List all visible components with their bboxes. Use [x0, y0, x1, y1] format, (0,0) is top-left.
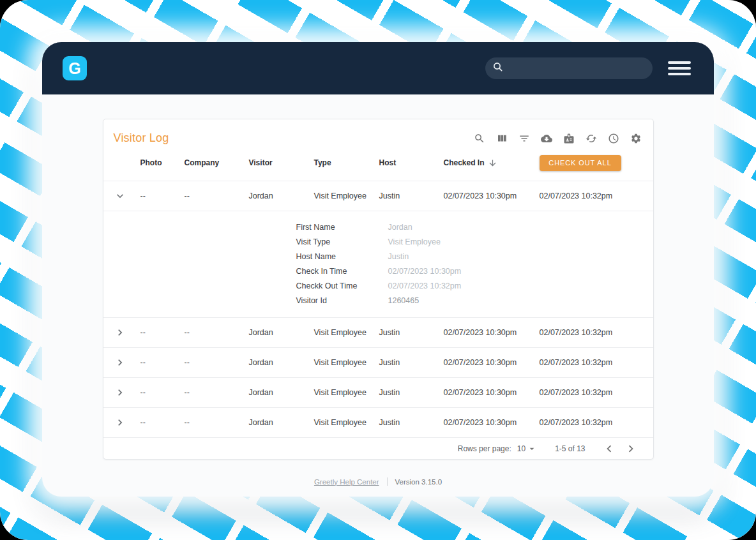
app-window: G Visitor Log	[42, 42, 714, 497]
column-header-company: Company	[185, 158, 249, 167]
cell-company: --	[185, 358, 249, 367]
rows-per-page-label: Rows per page:	[458, 444, 511, 453]
page-title: Visitor Log	[114, 131, 169, 145]
detail-row-first-name: First Name Jordan	[103, 220, 653, 234]
previous-page-button[interactable]	[602, 442, 616, 456]
cell-checked-out: 02/07/2023 10:32pm	[540, 388, 643, 397]
cell-checked-out: 02/07/2023 10:32pm	[540, 191, 643, 200]
column-header-checked-in[interactable]: Checked In	[444, 158, 540, 168]
cell-visitor: Jordan	[249, 191, 314, 200]
detail-row-host-name: Host Name Justin	[103, 249, 653, 264]
table-row[interactable]: -- -- Jordan Visit Employee Justin 02/07…	[103, 181, 653, 211]
cell-company: --	[185, 388, 249, 397]
chevron-right-icon	[114, 386, 126, 399]
table-row[interactable]: -- -- Jordan Visit Employee Justin 02/07…	[103, 347, 653, 377]
navbar-right	[485, 57, 691, 79]
settings-button[interactable]	[630, 133, 642, 144]
chevron-left-icon	[602, 442, 616, 456]
cell-checked-out: 02/07/2023 10:32pm	[540, 328, 643, 337]
cell-visitor: Jordan	[249, 328, 314, 337]
cell-checked-in: 02/07/2023 10:30pm	[444, 328, 540, 337]
cell-type: Visit Employee	[314, 358, 379, 367]
refresh-button[interactable]	[586, 133, 597, 144]
detail-row-visitor-id: Visitor Id 1260465	[103, 293, 653, 308]
detail-row-check-out-time: Checkk Out Time 02/07/2023 10:32pm	[103, 278, 653, 293]
version-label: Version 3.15.0	[395, 478, 442, 486]
cell-photo: --	[140, 328, 185, 337]
cloud-download-icon	[541, 133, 552, 144]
chevron-right-icon	[114, 416, 126, 429]
cell-type: Visit Employee	[314, 388, 379, 397]
expanded-row-details: First Name Jordan Visit Type Visit Emplo…	[103, 211, 653, 317]
next-page-button[interactable]	[624, 442, 638, 456]
cell-host: Justin	[379, 388, 444, 397]
search-text-field[interactable]	[509, 64, 646, 73]
app-footer: Greetly Help Center Version 3.15.0	[42, 477, 714, 486]
cell-photo: --	[140, 388, 185, 397]
detail-row-visit-type: Visit Type Visit Employee	[103, 234, 653, 249]
help-center-link[interactable]: Greetly Help Center	[314, 478, 379, 486]
cell-checked-in: 02/07/2023 10:30pm	[444, 191, 540, 200]
expand-row-button[interactable]	[114, 416, 126, 429]
view-columns-icon	[496, 133, 508, 144]
cell-checked-in: 02/07/2023 10:30pm	[444, 418, 540, 427]
cell-checked-out: 02/07/2023 10:32pm	[540, 418, 643, 427]
expand-row-button[interactable]	[114, 356, 126, 369]
search-icon	[492, 61, 504, 75]
cell-checked-in: 02/07/2023 10:30pm	[444, 358, 540, 367]
clock-icon	[608, 133, 619, 144]
cell-type: Visit Employee	[314, 328, 379, 337]
filter-icon	[518, 133, 530, 144]
visitor-log-panel: Visitor Log Photo Company Visitor Type	[103, 119, 654, 460]
cell-host: Justin	[379, 358, 444, 367]
cell-host: Justin	[379, 328, 444, 337]
cell-visitor: Jordan	[249, 388, 314, 397]
sort-descending-icon	[488, 158, 497, 168]
top-navbar: G	[42, 42, 714, 94]
table-row[interactable]: -- -- Jordan Visit Employee Justin 02/07…	[103, 317, 653, 347]
check-out-all-button[interactable]: CHECK OUT ALL	[540, 155, 621, 171]
pagination-controls	[602, 442, 638, 456]
search-icon	[474, 133, 485, 144]
menu-icon[interactable]	[668, 61, 691, 75]
cell-host: Justin	[379, 418, 444, 427]
table-header-row: Photo Company Visitor Type Host Checked …	[103, 145, 653, 181]
cell-visitor: Jordan	[249, 358, 314, 367]
download-button[interactable]	[541, 133, 552, 144]
search-input[interactable]	[485, 57, 653, 79]
rows-per-page-select[interactable]: 10	[517, 444, 537, 454]
cell-photo: --	[140, 418, 185, 427]
search-button[interactable]	[474, 133, 485, 144]
filter-button[interactable]	[518, 133, 530, 144]
page-background: G Visitor Log	[0, 0, 756, 540]
table-row[interactable]: -- -- Jordan Visit Employee Justin 02/07…	[103, 407, 653, 437]
refresh-icon	[586, 133, 597, 144]
column-header-host: Host	[379, 158, 444, 167]
cell-checked-out: 02/07/2023 10:32pm	[540, 358, 643, 367]
chevron-right-icon	[114, 356, 126, 369]
cell-type: Visit Employee	[314, 418, 379, 427]
view-columns-button[interactable]	[496, 133, 508, 144]
check-out-all-cell: CHECK OUT ALL	[540, 155, 643, 171]
expand-row-button[interactable]	[114, 326, 126, 339]
chevron-right-icon	[624, 442, 638, 456]
cell-photo: --	[140, 358, 185, 367]
pagination-bar: Rows per page: 10 1-5 of 13	[103, 437, 653, 459]
pagination-range-label: 1-5 of 13	[555, 444, 585, 453]
cell-host: Justin	[379, 191, 444, 200]
detail-row-check-in-time: Check In Time 02/07/2023 10:30pm	[103, 264, 653, 278]
cell-company: --	[185, 191, 249, 200]
table-row[interactable]: -- -- Jordan Visit Employee Justin 02/07…	[103, 377, 653, 407]
column-header-photo: Photo	[140, 158, 185, 167]
collapse-row-button[interactable]	[114, 190, 126, 202]
panel-header: Visitor Log	[103, 119, 653, 145]
badge-button[interactable]	[563, 133, 575, 144]
cell-checked-in: 02/07/2023 10:30pm	[444, 388, 540, 397]
history-button[interactable]	[608, 133, 619, 144]
badge-icon	[563, 133, 575, 144]
greetly-logo[interactable]: G	[63, 56, 87, 80]
expand-row-button[interactable]	[114, 386, 126, 399]
column-header-visitor: Visitor	[249, 158, 314, 167]
dropdown-caret-icon	[527, 444, 537, 454]
cell-company: --	[185, 328, 249, 337]
